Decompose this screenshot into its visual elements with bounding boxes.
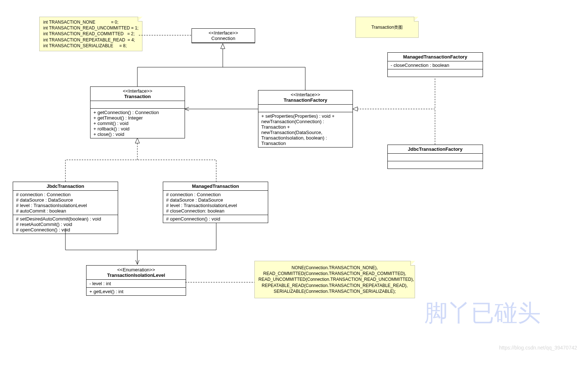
class-connection: <<Interface>> Connection xyxy=(192,28,255,43)
note-constants-text: int TRANSACTION_NONE = 0; int TRANSACTIO… xyxy=(43,19,138,49)
connection-stereo: <<Interface>> xyxy=(195,30,252,36)
til-ops: + getLevel() : int xyxy=(86,288,186,295)
class-transaction: <<Interface>> Transaction + getConnectio… xyxy=(90,86,185,138)
connection-name: Connection xyxy=(195,36,252,41)
class-managed-transaction: ManagedTransaction # connection : Connec… xyxy=(163,182,268,223)
mtf-attrs: - closeConnection : boolean xyxy=(388,61,483,69)
jbdc-title: JbdcTransaction xyxy=(13,182,118,191)
jtf-ops-empty xyxy=(388,161,483,169)
jbdc-ops: # setDesiredAutoCommit(boolean) : void #… xyxy=(13,215,118,234)
jbdc-name: JbdcTransaction xyxy=(47,183,84,189)
txfactory-attrs-empty xyxy=(258,105,353,112)
mt-ops: # openConnection() : void xyxy=(163,215,268,223)
note-constants: int TRANSACTION_NONE = 0; int TRANSACTIO… xyxy=(39,17,142,51)
txfactory-ops: + setProperties(Properties) : void + new… xyxy=(258,112,353,147)
class-jdbc-tx-factory: JdbcTransactionFactory xyxy=(387,145,483,169)
mtf-ops-empty xyxy=(388,69,483,77)
connection-title: <<Interface>> Connection xyxy=(192,29,255,43)
transaction-attrs-empty xyxy=(90,101,185,109)
txfactory-title: <<Interface>> TransactionFactory xyxy=(258,90,353,105)
til-title: <<Enumeration>> TransactionIsolationLeve… xyxy=(86,266,186,280)
txfactory-stereo: <<Interface>> xyxy=(261,92,350,97)
transaction-ops: + getConnection() : Connection + getTime… xyxy=(90,109,185,138)
mt-name: ManagedTransaction xyxy=(192,183,239,189)
jtf-title: JdbcTransactionFactory xyxy=(388,145,483,154)
jtf-name: JdbcTransactionFactory xyxy=(408,146,462,152)
mt-attrs: # connection : Connection # dataSource :… xyxy=(163,191,268,215)
note-enums: NONE(Connection.TRANSACTION_NONE), READ_… xyxy=(254,261,415,298)
transaction-name: Transaction xyxy=(124,94,151,99)
mtf-title: ManagedTransactionFactory xyxy=(388,53,483,61)
jtf-attrs-empty xyxy=(388,154,483,161)
mtf-name: ManagedTransactionFactory xyxy=(403,54,467,60)
transaction-title: <<Interface>> Transaction xyxy=(90,87,185,101)
txfactory-name: TransactionFactory xyxy=(284,97,327,103)
class-managed-tx-factory: ManagedTransactionFactory - closeConnect… xyxy=(387,52,483,77)
mt-title: ManagedTransaction xyxy=(163,182,268,191)
note-title-text: Transaction类图 xyxy=(359,24,415,30)
watermark: 脚丫已碰头 xyxy=(424,297,541,329)
class-jbdc-transaction: JbdcTransaction # connection : Connectio… xyxy=(13,182,118,234)
class-tx-isolation-level: <<Enumeration>> TransactionIsolationLeve… xyxy=(86,265,186,296)
til-name: TransactionIsolationLevel xyxy=(107,272,165,278)
note-enums-text: NONE(Connection.TRANSACTION_NONE), READ_… xyxy=(258,265,411,294)
til-attrs: - level : int xyxy=(86,280,186,288)
jbdc-attrs: # connection : Connection # dataSource :… xyxy=(13,191,118,215)
watermark-url: https://blog.csdn.net/qq_39470742 xyxy=(499,345,577,351)
class-transaction-factory: <<Interface>> TransactionFactory + setPr… xyxy=(258,90,353,147)
til-stereo: <<Enumeration>> xyxy=(89,267,183,272)
transaction-stereo: <<Interface>> xyxy=(93,88,182,94)
note-title: Transaction类图 xyxy=(355,17,419,38)
